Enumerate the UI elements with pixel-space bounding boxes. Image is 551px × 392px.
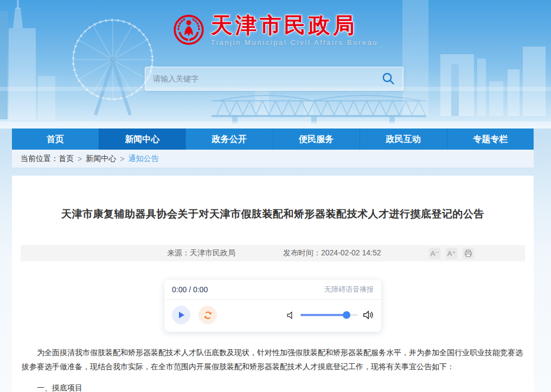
site-header: 天津市民政局 Tianjin Municipal Civil Affairs B… — [0, 0, 551, 128]
audio-player: 0:00 / 0:00 无障碍语音播报 — [164, 280, 381, 332]
breadcrumb-separator: > — [120, 155, 124, 163]
replay-button[interactable] — [198, 306, 217, 324]
search-input[interactable] — [153, 74, 381, 83]
search-button[interactable] — [381, 72, 395, 86]
site-logo[interactable]: 天津市民政局 Tianjin Municipal Civil Affairs B… — [0, 0, 551, 47]
breadcrumb-item-home[interactable]: 首页 — [59, 154, 74, 164]
audio-player-header: 0:00 / 0:00 无障碍语音播报 — [164, 280, 381, 300]
search-icon — [381, 72, 395, 86]
font-decrease-button[interactable]: A⁻ — [429, 248, 440, 259]
article-meta-bar: 来源：天津市民政局 发布时间：2024-02-02 14:52 A⁻ A⁺ — [21, 245, 525, 261]
breadcrumb: 当前位置： 首页 > 新闻中心 > 通知公告 — [12, 150, 534, 168]
audio-player-controls — [164, 300, 381, 332]
article-source-label: 来源： — [167, 248, 190, 257]
play-icon — [177, 311, 185, 319]
print-icon — [464, 249, 472, 258]
breadcrumb-separator: > — [78, 155, 82, 163]
site-title-en: Tianjin Municipal Civil Affairs Bureau — [211, 38, 378, 47]
nav-item-interaction[interactable]: 政民互动 — [360, 128, 447, 150]
breadcrumb-item-news[interactable]: 新闻中心 — [86, 154, 116, 164]
print-button[interactable] — [463, 248, 474, 259]
search-bar — [145, 67, 403, 91]
civil-affairs-emblem-icon — [173, 14, 204, 46]
breadcrumb-item-notices[interactable]: 通知公告 — [128, 154, 158, 164]
font-increase-button[interactable]: A⁺ — [446, 248, 457, 259]
volume-controls — [286, 310, 374, 320]
article-tools: A⁻ A⁺ — [429, 248, 474, 259]
article-paragraph: 为全面摸清我市假肢装配和矫形器装配技术人才队伍底数及现状，针对性加强假肢装配和矫… — [22, 346, 524, 374]
article-publish-value: 2024-02-02 14:52 — [321, 248, 381, 257]
nav-item-topics[interactable]: 专题专栏 — [447, 128, 534, 150]
nav-item-news[interactable]: 新闻中心 — [99, 128, 186, 150]
volume-low-icon[interactable] — [286, 311, 296, 320]
article-publish-label: 发布时间： — [283, 248, 321, 257]
volume-slider[interactable] — [300, 314, 358, 316]
play-button[interactable] — [172, 306, 190, 324]
nav-item-home[interactable]: 首页 — [12, 128, 99, 150]
replay-icon — [203, 310, 213, 320]
nav-item-services[interactable]: 便民服务 — [273, 128, 360, 150]
article-source: 来源：天津市民政局 — [167, 248, 235, 258]
site-title: 天津市民政局 — [211, 13, 378, 37]
audio-time-display: 0:00 / 0:00 — [172, 285, 208, 294]
nav-item-gov-info[interactable]: 政务公开 — [185, 128, 273, 150]
volume-fill — [300, 314, 347, 316]
article-paragraph: 一、摸底项目 — [22, 381, 524, 392]
main-nav: 首页 新闻中心 政务公开 便民服务 政民互动 专题专栏 — [12, 128, 534, 150]
audio-accessibility-label: 无障碍语音播报 — [324, 285, 374, 294]
article-publish-time: 发布时间：2024-02-02 14:52 — [283, 248, 381, 258]
article-title: 天津市康复辅助器具协会关于对天津市假肢装配和矫形器装配技术人才进行摸底登记的公告 — [12, 176, 534, 221]
content-panel: 天津市康复辅助器具协会关于对天津市假肢装配和矫形器装配技术人才进行摸底登记的公告… — [12, 176, 534, 392]
volume-thumb[interactable] — [343, 311, 350, 319]
article-source-value: 天津市民政局 — [190, 248, 235, 257]
breadcrumb-label: 当前位置： — [21, 154, 59, 164]
volume-loud-icon[interactable] — [363, 310, 374, 320]
article-body: 为全面摸清我市假肢装配和矫形器装配技术人才队伍底数及现状，针对性加强假肢装配和矫… — [12, 346, 534, 392]
